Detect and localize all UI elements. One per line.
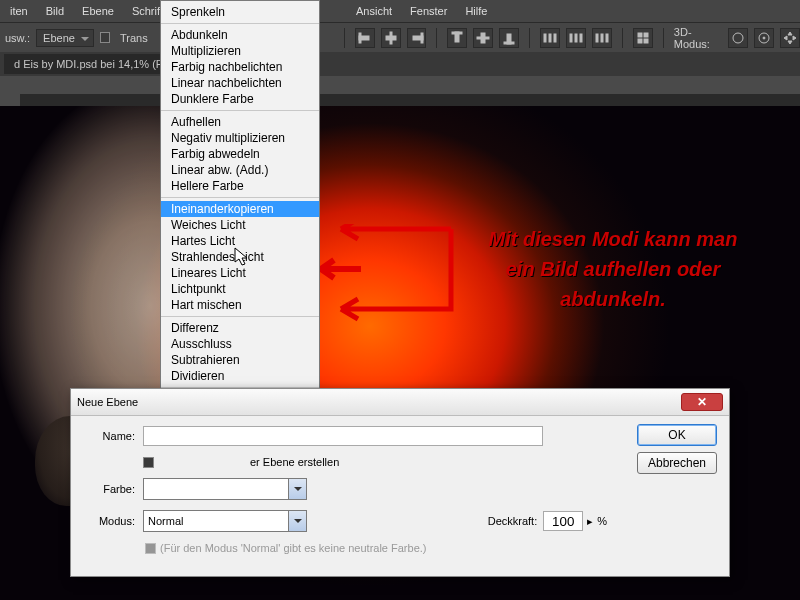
blend-mode-item[interactable]: Hellere Farbe: [161, 178, 319, 194]
svg-rect-22: [644, 33, 648, 37]
blend-mode-item[interactable]: Differenz: [161, 320, 319, 336]
align-top-icon[interactable]: [447, 28, 467, 48]
blend-mode-item[interactable]: Strahlendes Licht: [161, 249, 319, 265]
align-options-icon[interactable]: [633, 28, 653, 48]
close-icon[interactable]: ✕: [681, 393, 723, 411]
blend-mode-item[interactable]: Farbig abwedeln: [161, 146, 319, 162]
menu-item[interactable]: Bild: [46, 5, 64, 17]
ruler-horizontal: [20, 76, 800, 94]
align-bottom-icon[interactable]: [499, 28, 519, 48]
transparency-label: Trans: [120, 32, 148, 44]
neutral-note: (Für den Modus 'Normal' gibt es keine ne…: [160, 542, 427, 554]
ok-button[interactable]: OK: [637, 424, 717, 446]
align-left-icon[interactable]: [355, 28, 375, 48]
mode3d-label: 3D-Modus:: [674, 26, 722, 50]
opacity-label: Deckkraft:: [488, 515, 538, 527]
menu-item[interactable]: Schrif: [132, 5, 160, 17]
svg-rect-9: [481, 33, 485, 43]
dist-h3-icon[interactable]: [592, 28, 612, 48]
mode-label: Modus:: [83, 515, 135, 527]
blend-mode-item[interactable]: Linear abw. (Add.): [161, 162, 319, 178]
new-layer-dialog: Neue Ebene ✕ OK Abbrechen Name: er Ebene…: [70, 388, 730, 577]
blend-mode-item[interactable]: Dividieren: [161, 368, 319, 384]
svg-rect-15: [570, 34, 572, 42]
blend-mode-item[interactable]: Ineinanderkopieren: [161, 201, 319, 217]
document-tabs: d Eis by MDI.psd bei 14,1% (Fa: [0, 52, 800, 76]
neutral-checkbox: [145, 543, 156, 554]
menu-item[interactable]: Fenster: [410, 5, 447, 17]
blend-mode-item[interactable]: Multiplizieren: [161, 43, 319, 59]
dialog-titlebar[interactable]: Neue Ebene ✕: [71, 389, 729, 416]
blend-mode-item[interactable]: Abdunkeln: [161, 27, 319, 43]
blend-mode-item[interactable]: Sprenkeln: [161, 4, 319, 20]
main-menubar: iten Bild Ebene Schrif Ansicht Fenster H…: [0, 0, 800, 22]
svg-rect-17: [580, 34, 582, 42]
svg-point-27: [763, 37, 765, 39]
svg-rect-13: [549, 34, 551, 42]
transparency-checkbox[interactable]: [100, 32, 110, 43]
annotation-text: Mit diesen Modi kann man ein Bild aufhel…: [453, 224, 773, 314]
svg-rect-24: [644, 39, 648, 43]
align-right-icon[interactable]: [407, 28, 427, 48]
svg-rect-19: [601, 34, 603, 42]
menu-item[interactable]: iten: [10, 5, 28, 17]
blend-mode-item[interactable]: Farbig nachbelichten: [161, 59, 319, 75]
blend-mode-item[interactable]: Linear nachbelichten: [161, 75, 319, 91]
options-bar: usw.: Ebene Trans 3D-Modus:: [0, 22, 800, 52]
blend-mode-item[interactable]: Negativ multiplizieren: [161, 130, 319, 146]
opacity-arrow-icon[interactable]: ▸: [587, 515, 593, 528]
svg-rect-11: [507, 34, 511, 44]
svg-rect-14: [554, 34, 556, 42]
align-vcenter-icon[interactable]: [473, 28, 493, 48]
svg-rect-3: [386, 36, 396, 40]
3d-roll-icon[interactable]: [754, 28, 774, 48]
blend-mode-item[interactable]: Ausschluss: [161, 336, 319, 352]
blend-mode-item[interactable]: Weiches Licht: [161, 217, 319, 233]
layer-select[interactable]: Ebene: [36, 29, 94, 47]
opacity-input[interactable]: [543, 511, 583, 531]
dialog-title: Neue Ebene: [77, 396, 138, 408]
svg-rect-1: [359, 36, 369, 40]
blend-mode-item[interactable]: Hart mischen: [161, 297, 319, 313]
blend-mode-item[interactable]: Aufhellen: [161, 114, 319, 130]
menu-item[interactable]: Ansicht: [356, 5, 392, 17]
svg-rect-5: [413, 36, 423, 40]
svg-rect-7: [455, 32, 459, 42]
name-input[interactable]: [143, 426, 543, 446]
mode-select[interactable]: Normal: [143, 510, 307, 532]
dist-h-icon[interactable]: [540, 28, 560, 48]
usw-label: usw.:: [5, 32, 30, 44]
chevron-down-icon[interactable]: [288, 511, 306, 531]
blend-mode-item[interactable]: Lichtpunkt: [161, 281, 319, 297]
prev-layer-label: er Ebene erstellen: [250, 456, 339, 468]
name-label: Name:: [83, 430, 135, 442]
blend-mode-item[interactable]: Lineares Licht: [161, 265, 319, 281]
align-hcenter-icon[interactable]: [381, 28, 401, 48]
cancel-button[interactable]: Abbrechen: [637, 452, 717, 474]
svg-rect-12: [544, 34, 546, 42]
dist-h2-icon[interactable]: [566, 28, 586, 48]
annotation-arrow-icon: [316, 224, 456, 324]
svg-rect-18: [596, 34, 598, 42]
svg-rect-23: [638, 39, 642, 43]
3d-pan-icon[interactable]: [780, 28, 800, 48]
blend-mode-item[interactable]: Dunklere Farbe: [161, 91, 319, 107]
svg-point-25: [733, 33, 743, 43]
svg-rect-20: [606, 34, 608, 42]
blend-mode-item[interactable]: Hartes Licht: [161, 233, 319, 249]
document-tab[interactable]: d Eis by MDI.psd bei 14,1% (Fa: [4, 54, 180, 74]
menu-item[interactable]: Ebene: [82, 5, 114, 17]
svg-rect-21: [638, 33, 642, 37]
prev-layer-checkbox[interactable]: [143, 457, 154, 468]
color-label: Farbe:: [83, 483, 135, 495]
menu-item[interactable]: Hilfe: [465, 5, 487, 17]
color-select[interactable]: [143, 478, 307, 500]
blend-mode-item[interactable]: Subtrahieren: [161, 352, 319, 368]
svg-rect-16: [575, 34, 577, 42]
3d-orbit-icon[interactable]: [728, 28, 748, 48]
opacity-suffix: %: [597, 515, 607, 527]
chevron-down-icon[interactable]: [288, 479, 306, 499]
